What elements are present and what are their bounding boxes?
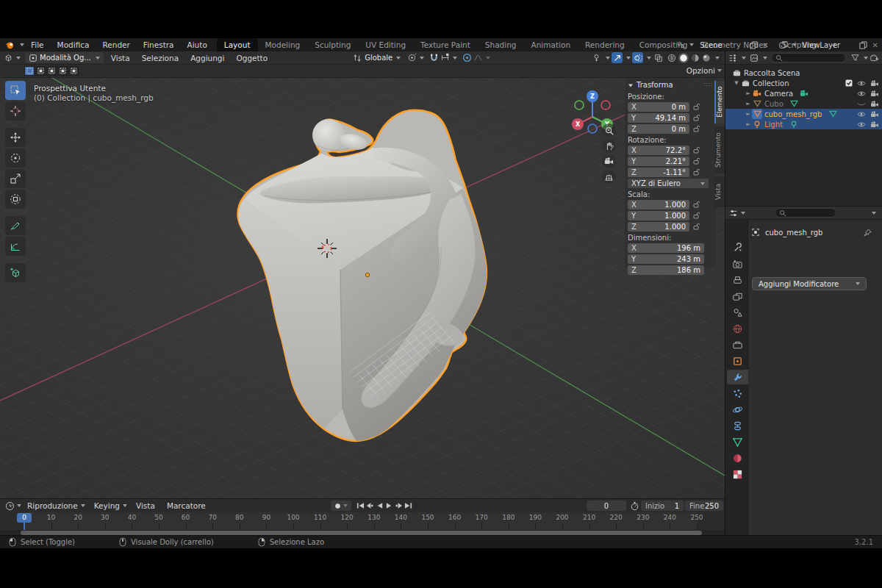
editor-type-properties-icon[interactable] [728,208,739,218]
disable-render-icon[interactable] [870,90,879,97]
value-field[interactable]: X1.000 [628,200,689,209]
mesh-data-icon[interactable] [828,109,838,119]
properties-tab-world[interactable] [727,321,748,336]
light-data-icon[interactable] [789,119,799,129]
new-collection-icon[interactable] [870,53,880,63]
shading-solid-icon[interactable] [678,53,689,63]
npanel-tab-vista[interactable]: Vista [714,176,725,207]
lock-icon[interactable] [693,168,700,176]
viewlayer-copy-icon[interactable] [858,40,869,50]
viewport-menu-vista[interactable]: Vista [105,51,136,65]
viewport-menu-seleziona[interactable]: Seleziona [136,51,184,65]
tool-cursor-button[interactable] [5,101,26,121]
value-field[interactable]: Z1.000 [628,222,689,232]
editor-type-timeline-icon[interactable] [4,501,15,511]
disable-render-icon[interactable] [870,101,879,107]
lock-icon[interactable] [693,212,700,219]
mode-selector[interactable]: Modalità Og... [25,52,104,63]
menu-aiuto[interactable]: Aiuto [181,38,214,51]
pan-hand-button[interactable] [602,139,616,153]
tool-select-box-button[interactable] [5,81,26,100]
properties-tab-object[interactable] [727,354,748,368]
editor-type-caret[interactable] [16,57,21,60]
properties-search-input[interactable] [775,208,836,218]
overlays-toggle-icon[interactable] [632,52,643,63]
scene-caret[interactable] [689,43,694,46]
hide-eye-icon[interactable] [857,111,866,118]
lock-icon[interactable] [693,114,700,121]
shading-wireframe-icon[interactable] [667,54,676,62]
outliner-row-light[interactable]: ►Light [725,119,882,129]
filter-funnel-icon[interactable] [850,53,860,63]
select-mode-set[interactable] [24,66,35,76]
timeline-menu-riproduzione[interactable]: Riproduzione [21,501,84,510]
lock-icon[interactable] [693,146,700,154]
hide-eye-icon[interactable] [857,121,866,128]
value-field[interactable]: Z186 m [628,265,704,275]
timeline-menu-keying[interactable]: Keying [88,501,126,510]
disable-render-icon[interactable] [870,121,879,128]
expander-icon[interactable]: ► [745,101,752,107]
next-keyframe-button[interactable] [394,501,403,510]
current-frame-field[interactable]: 0 [587,501,626,511]
properties-tab-particles[interactable] [727,386,748,401]
workspace-tab-layout[interactable]: Layout [217,38,258,51]
rotation-mode-dropdown[interactable]: XYZ di Eulero [628,179,709,188]
snap-caret[interactable] [453,57,457,60]
outliner-row-collection[interactable]: ▼Collection [725,78,882,88]
lock-icon[interactable] [693,201,700,208]
select-mode-intersect[interactable] [68,66,79,76]
value-field[interactable]: Y2.21° [628,157,689,166]
menu-modifica[interactable]: Modifica [51,38,96,51]
select-mode-invert[interactable] [57,66,68,76]
timeline-menu-vista[interactable]: Vista [130,501,161,510]
outliner-row-cubo_mesh_rgb[interactable]: ►cubo_mesh_rgb [725,109,882,119]
viewlayer-caret[interactable] [792,43,797,46]
pivot-point-icon[interactable] [406,52,417,63]
jump-to-end-button[interactable] [404,501,412,510]
snap-with-icon[interactable] [440,52,451,63]
frame-end-field[interactable]: Fine 250 [685,501,723,511]
playhead[interactable]: 0 [17,513,32,523]
tool-scale-button[interactable] [5,169,26,188]
value-field[interactable]: X0 m [628,102,689,112]
blender-logo-icon[interactable] [4,40,15,50]
falloff-caret[interactable] [486,57,490,60]
transform-orientation[interactable]: Globale [353,54,401,62]
jump-to-start-button[interactable] [356,501,365,510]
tool-measure-button[interactable] [5,237,26,256]
hide-eye-icon[interactable] [857,90,866,97]
shading-rendered-icon[interactable] [702,54,711,62]
frame-start-field[interactable]: Inizio 1 [641,501,684,511]
camera-view-button[interactable] [602,154,616,168]
play-reverse-button[interactable] [375,501,384,510]
show-object-types-icon[interactable] [591,52,602,63]
value-field[interactable]: X72.2° [628,146,689,155]
tool-rotate-button[interactable] [5,148,26,168]
filter-caret[interactable] [864,57,868,60]
gizmo-x-neg[interactable] [601,101,610,110]
outliner-search-input[interactable] [771,53,846,62]
hide-eye-closed-icon[interactable] [857,101,866,107]
menu-finestra[interactable]: Finestra [137,38,181,51]
viewlayer-remove-icon[interactable]: ✕ [870,41,881,49]
camera-data-icon[interactable] [799,88,809,98]
display-mode-caret[interactable] [763,57,767,60]
snap-magnet-icon[interactable] [429,52,440,63]
editor-type-outliner-icon[interactable] [728,53,738,63]
pivot-caret[interactable] [420,57,424,60]
editor-type-3d-icon[interactable] [3,52,14,63]
outliner-display-mode-icon[interactable] [749,53,759,63]
expander-icon[interactable]: ▼ [733,80,740,86]
viewport-menu-oggetto[interactable]: Oggetto [230,51,273,65]
lock-icon[interactable] [693,125,700,132]
orthographic-toggle-button[interactable] [602,170,616,184]
overlays-caret[interactable] [647,57,651,60]
workspace-tab-animation[interactable]: Animation [524,38,578,51]
properties-tab-material[interactable] [727,451,748,465]
outliner-editor-caret[interactable] [742,57,746,60]
gizmo-y-neg[interactable] [575,101,584,110]
value-field[interactable]: Y243 m [628,254,704,264]
zoom-button[interactable] [602,123,616,137]
breadcrumb-object-name[interactable]: cubo_mesh_rgb [765,229,822,237]
